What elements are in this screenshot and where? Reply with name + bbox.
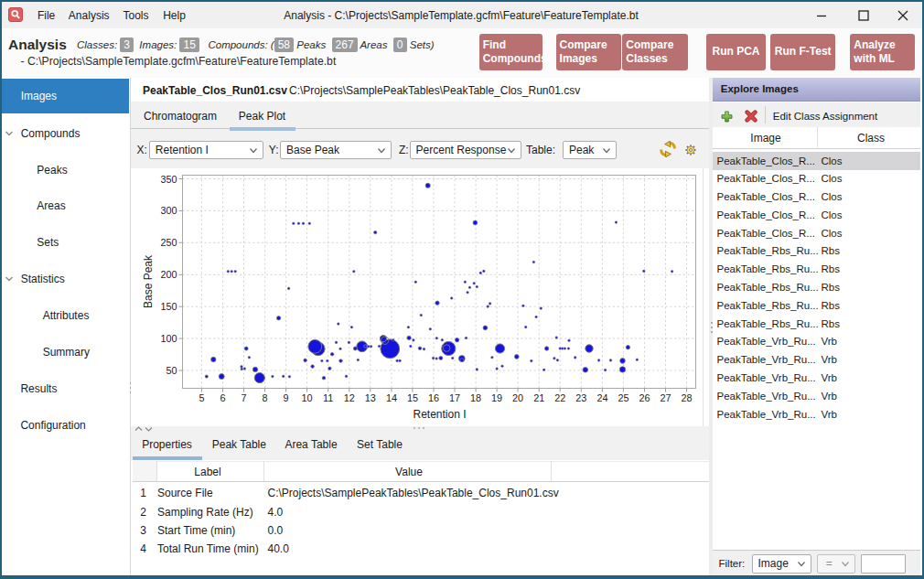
svg-text:13: 13: [365, 392, 376, 403]
svg-text:28: 28: [681, 392, 692, 403]
svg-text:26: 26: [639, 392, 650, 403]
svg-text:10: 10: [302, 392, 313, 403]
svg-text:9: 9: [284, 392, 289, 403]
svg-text:19: 19: [491, 392, 502, 403]
svg-text:14: 14: [386, 392, 397, 403]
svg-text:5: 5: [199, 392, 204, 403]
svg-text:16: 16: [428, 392, 439, 403]
svg-text:150: 150: [160, 301, 177, 312]
svg-text:7: 7: [241, 392, 246, 403]
svg-text:6: 6: [220, 392, 225, 403]
svg-text:12: 12: [344, 392, 355, 403]
svg-text:Retention I: Retention I: [413, 408, 466, 421]
svg-text:100: 100: [160, 333, 177, 344]
svg-text:11: 11: [323, 392, 333, 403]
svg-text:200: 200: [160, 269, 177, 280]
svg-text:350: 350: [160, 174, 177, 185]
svg-text:17: 17: [449, 392, 460, 403]
svg-text:15: 15: [407, 392, 418, 403]
svg-text:25: 25: [618, 392, 629, 403]
svg-text:250: 250: [160, 237, 177, 248]
svg-text:18: 18: [470, 392, 481, 403]
svg-text:300: 300: [160, 205, 177, 216]
svg-text:22: 22: [554, 392, 565, 403]
svg-text:50: 50: [166, 365, 177, 376]
svg-text:21: 21: [533, 392, 544, 403]
svg-text:27: 27: [660, 392, 671, 403]
svg-text:Base Peak: Base Peak: [142, 254, 155, 308]
svg-text:8: 8: [263, 392, 268, 403]
svg-text:20: 20: [512, 392, 523, 403]
svg-text:24: 24: [596, 392, 607, 403]
svg-text:23: 23: [575, 392, 586, 403]
